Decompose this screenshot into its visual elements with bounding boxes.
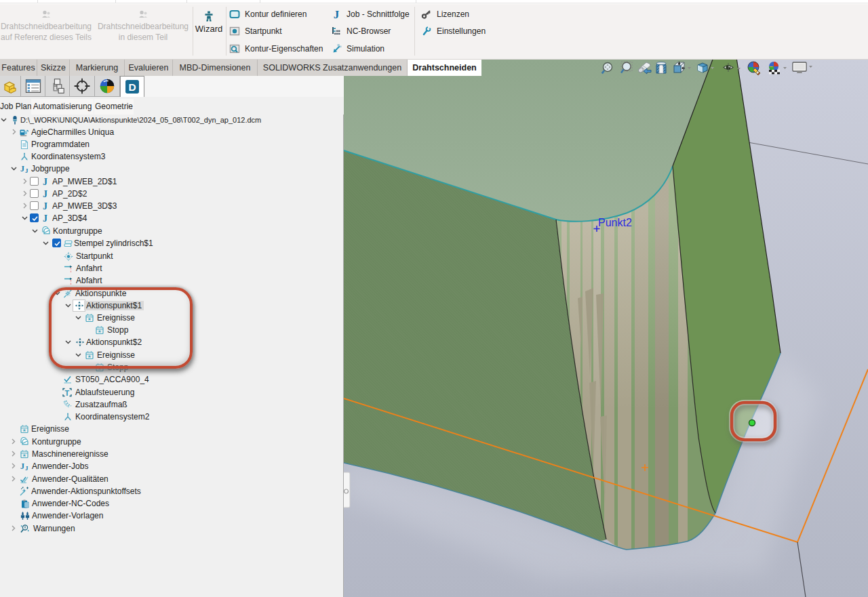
svg-text:J: J [334, 9, 340, 20]
svg-text:D: D [128, 81, 136, 93]
svg-text:Punkt2: Punkt2 [598, 217, 632, 228]
